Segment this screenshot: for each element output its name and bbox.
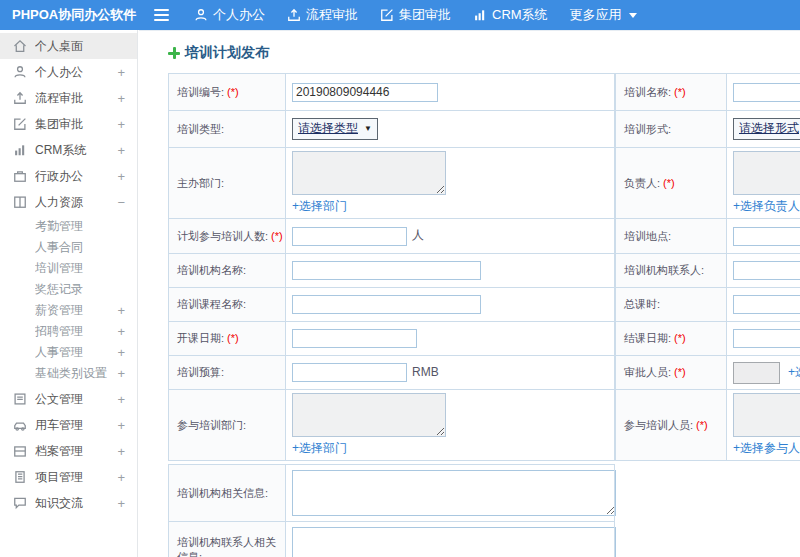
sidebar-subitem-base-category[interactable]: 基础类别设置 + [0, 363, 137, 384]
expand-toggle[interactable]: + [115, 169, 125, 184]
sidebar-item-label: 公文管理 [35, 391, 115, 408]
course-name-input[interactable] [292, 295, 481, 314]
host-dept-textarea[interactable] [292, 151, 446, 195]
form-left-bottom-table: 培训机构相关信息: 培训机构联系人相关信息: 培训要求: 附件文档: +附件上传 [168, 464, 615, 557]
select-leader-link[interactable]: +选择负责人 [733, 198, 800, 215]
select-dept-link[interactable]: +选择部门 [292, 198, 347, 215]
sidebar-subitem-training[interactable]: 培训管理 [0, 258, 137, 279]
field-label: 培训地点: [624, 230, 671, 242]
sidebar-item-admin-office[interactable]: 行政办公 + [0, 163, 137, 189]
training-no-input[interactable] [292, 83, 438, 102]
expand-toggle[interactable]: + [115, 392, 125, 407]
select-approver-link[interactable]: +选择审批人员 [788, 365, 800, 379]
join-dept-textarea[interactable] [292, 393, 446, 437]
user-icon [13, 65, 27, 79]
sidebar-item-personal-desktop[interactable]: 个人桌面 [0, 33, 137, 59]
sidebar-subitem-attendance[interactable]: 考勤管理 [0, 216, 137, 237]
row-approver: 审批人员:(*) +选择审批人员 [616, 356, 800, 390]
required-mark: (*) [674, 366, 686, 378]
budget-input[interactable] [292, 363, 407, 382]
field-label: 培训课程名称: [177, 298, 246, 310]
training-name-input[interactable] [733, 83, 800, 102]
expand-toggle[interactable]: + [115, 91, 125, 106]
sidebar-subitem-label: 考勤管理 [35, 218, 115, 235]
nav-item-personal-office[interactable]: 个人办公 [183, 0, 276, 30]
sidebar-item-project-management[interactable]: 项目管理 + [0, 464, 137, 490]
sidebar-item-knowledge-exchange[interactable]: 知识交流 + [0, 490, 137, 516]
expand-toggle[interactable]: + [115, 418, 125, 433]
sidebar-item-personal-office[interactable]: 个人办公 + [0, 59, 137, 85]
leader-textarea[interactable] [733, 151, 800, 195]
sidebar-item-label: 用车管理 [35, 417, 115, 434]
field-label: 培训编号: [177, 86, 224, 98]
row-training-name: 培训名称:(*) [616, 74, 800, 111]
field-label: 参与培训部门: [177, 419, 246, 431]
end-date-input[interactable] [733, 329, 800, 348]
nav-item-group-approval[interactable]: 集团审批 [369, 0, 462, 30]
sidebar-item-label: 人力资源 [35, 194, 115, 211]
start-date-input[interactable] [292, 329, 417, 348]
row-end-date: 结课日期:(*) [616, 322, 800, 356]
topbar-nav: 个人办公 流程审批 集团审批 CRM系统 更多应用 [183, 0, 648, 30]
sidebar-subitem-personnel[interactable]: 人事管理 + [0, 342, 137, 363]
nav-item-crm-system[interactable]: CRM系统 [462, 0, 559, 30]
row-training-no: 培训编号:(*) [169, 74, 615, 111]
sidebar-item-workflow-approval[interactable]: 流程审批 + [0, 85, 137, 111]
chat-icon [13, 496, 27, 510]
sidebar-item-human-resources[interactable]: 人力资源 − [0, 189, 137, 215]
org-info-textarea[interactable] [292, 470, 616, 516]
contact-info-textarea[interactable] [292, 527, 616, 557]
sidebar-item-label: 知识交流 [35, 495, 115, 512]
training-type-select[interactable]: 请选择类型▼ [292, 118, 378, 140]
nav-item-workflow-approval[interactable]: 流程审批 [276, 0, 369, 30]
org-name-input[interactable] [292, 261, 481, 280]
sidebar-subitem-label: 招聘管理 [35, 323, 115, 340]
select-participants-link[interactable]: +选择参与人员 [733, 440, 800, 457]
training-form-select[interactable]: 请选择形式▼ [733, 118, 800, 140]
nav-item-more-apps[interactable]: 更多应用 [559, 0, 648, 30]
edit-icon [380, 8, 394, 22]
row-org-info: 培训机构相关信息: [169, 465, 615, 522]
sidebar-subitem-rewards[interactable]: 奖惩记录 [0, 279, 137, 300]
total-hours-input[interactable] [733, 295, 800, 314]
expand-toggle[interactable]: + [115, 366, 125, 381]
sidebar-item-label: 流程审批 [35, 90, 115, 107]
expand-toggle[interactable]: + [115, 303, 125, 318]
sidebar-item-archive-management[interactable]: 档案管理 + [0, 438, 137, 464]
expand-toggle[interactable]: + [115, 143, 125, 158]
sidebar-item-official-docs[interactable]: 公文管理 + [0, 386, 137, 412]
row-place: 培训地点: [616, 219, 800, 254]
main-content: 培训计划发布 培训编号:(*) 培训类型: 请选择类型▼ 主办部门: +选择部门 [139, 30, 800, 557]
sidebar-item-label: 个人桌面 [35, 38, 115, 55]
planned-count-input[interactable] [292, 227, 407, 246]
row-org-name: 培训机构名称: [169, 254, 615, 288]
sidebar-item-crm-system[interactable]: CRM系统 + [0, 137, 137, 163]
expand-toggle[interactable]: + [115, 345, 125, 360]
field-label: 培训机构名称: [177, 264, 246, 276]
sidebar: 个人桌面 个人办公 + 流程审批 + 集团审批 + CRM系统 + 行政办公 +… [0, 30, 138, 557]
select-dept-link[interactable]: +选择部门 [292, 440, 347, 457]
expand-toggle[interactable]: + [115, 496, 125, 511]
collapse-toggle[interactable]: − [115, 195, 125, 210]
select-value: 请选择形式 [739, 121, 799, 135]
sidebar-item-vehicle-management[interactable]: 用车管理 + [0, 412, 137, 438]
edit-icon [13, 117, 27, 131]
sidebar-subitem-salary[interactable]: 薪资管理 + [0, 300, 137, 321]
org-contact-input[interactable] [733, 261, 800, 280]
caret-down-icon [629, 13, 637, 18]
expand-toggle[interactable]: + [115, 117, 125, 132]
sidebar-subitem-recruitment[interactable]: 招聘管理 + [0, 321, 137, 342]
participants-textarea[interactable] [733, 393, 800, 437]
menu-icon[interactable] [154, 9, 169, 21]
approver-box[interactable] [733, 362, 780, 384]
required-mark: (*) [663, 177, 675, 189]
expand-toggle[interactable]: + [115, 470, 125, 485]
sidebar-item-group-approval[interactable]: 集团审批 + [0, 111, 137, 137]
add-icon [168, 47, 180, 59]
expand-toggle[interactable]: + [115, 444, 125, 459]
expand-toggle[interactable]: + [115, 65, 125, 80]
sidebar-subitem-hr-contract[interactable]: 人事合同 [0, 237, 137, 258]
place-input[interactable] [733, 227, 800, 246]
expand-toggle[interactable]: + [115, 324, 125, 339]
required-mark: (*) [227, 332, 239, 344]
